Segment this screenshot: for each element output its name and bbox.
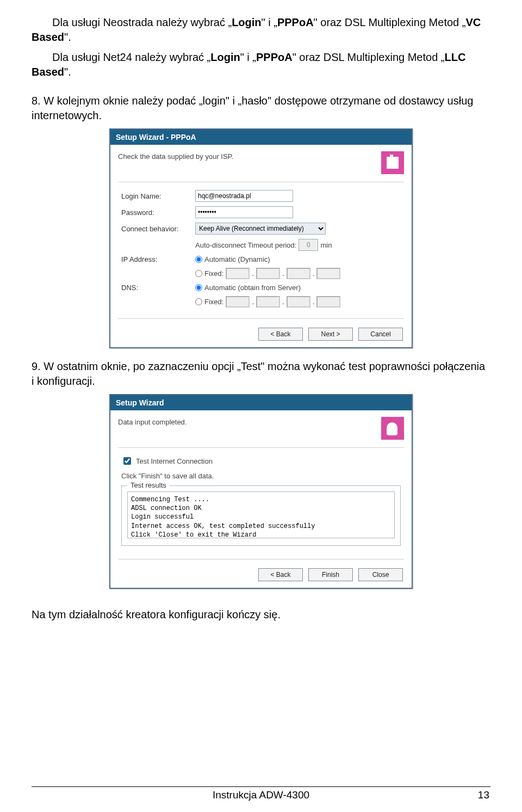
label-dns-fixed: Fixed: (204, 298, 223, 306)
dns-oct-1 (226, 296, 250, 307)
ip-oct-3 (287, 268, 310, 279)
dns-oct-3 (287, 296, 310, 307)
test-results-textarea[interactable] (127, 491, 395, 538)
label-connect-behavior: Connect behavior: (121, 225, 195, 233)
wizard-final: Setup Wizard Data input completed. Test … (109, 394, 413, 589)
connect-behavior-select[interactable]: Keep Alive (Reconnect immediately) (195, 223, 326, 235)
label-ip-fixed: Fixed: (204, 269, 223, 278)
wizard-intro: Check the data supplied by your ISP. (118, 151, 376, 161)
dns-oct-2 (256, 296, 280, 307)
ip-fixed-radio[interactable] (195, 270, 202, 277)
label-login: Login Name: (121, 192, 195, 200)
dns-fixed-radio[interactable] (195, 298, 202, 305)
cancel-button[interactable]: Cancel (358, 328, 403, 341)
wizard-title: Setup Wizard (110, 395, 412, 410)
label-dns: DNS: (121, 284, 195, 292)
label-ip-address: IP Address: (121, 255, 195, 263)
label-ip-auto: Automatic (Dynamic) (204, 255, 270, 263)
paragraph-net24: Dla usługi Net24 należy wybrać „Login" i… (32, 50, 490, 79)
wizard-intro: Data input completed. (118, 417, 376, 426)
page-number: 13 (468, 789, 489, 801)
login-input[interactable] (195, 190, 293, 202)
plug-icon (381, 151, 404, 174)
hand-icon (381, 417, 404, 440)
timeout-input (299, 239, 318, 251)
step-9-text: 9. W ostatnim oknie, po zaznaczeniu opcj… (32, 359, 490, 389)
dns-oct-4 (316, 296, 340, 307)
label-timeout-unit: min (320, 241, 332, 249)
paragraph-neostrada: Dla usługi Neostrada należy wybrać „Logi… (32, 15, 490, 45)
test-connection-checkbox[interactable] (123, 457, 131, 465)
password-input[interactable] (195, 206, 293, 218)
closing-text: Na tym działalność kreatora konfiguracji… (32, 607, 490, 622)
legend-test-results: Test results (127, 481, 170, 489)
finish-button[interactable]: Finish (308, 568, 353, 581)
label-dns-auto: Automatic (obtain from Server) (204, 284, 301, 292)
ip-oct-2 (256, 268, 280, 279)
dns-auto-radio[interactable] (195, 284, 202, 291)
ip-oct-1 (226, 268, 250, 279)
back-button[interactable]: < Back (258, 328, 303, 341)
footer-divider (32, 786, 490, 787)
wizard-title: Setup Wizard - PPPoA (110, 130, 412, 145)
wizard-pppoa: Setup Wizard - PPPoA Check the data supp… (109, 128, 413, 348)
ip-oct-4 (316, 268, 340, 279)
label-password: Password: (121, 208, 195, 217)
back-button[interactable]: < Back (258, 568, 303, 581)
step-8-text: 8. W kolejnym oknie należy podać „login"… (32, 94, 490, 123)
close-button[interactable]: Close (358, 568, 403, 581)
ip-auto-radio[interactable] (195, 256, 202, 263)
label-test-connection: Test Internet Connection (136, 457, 213, 465)
save-hint: Click "Finish" to save all data. (121, 472, 401, 480)
footer-title: Instrukcja ADW-4300 (54, 789, 468, 801)
label-timeout: Auto-disconnect Timeout period: (195, 241, 296, 249)
next-button[interactable]: Next > (308, 328, 353, 341)
